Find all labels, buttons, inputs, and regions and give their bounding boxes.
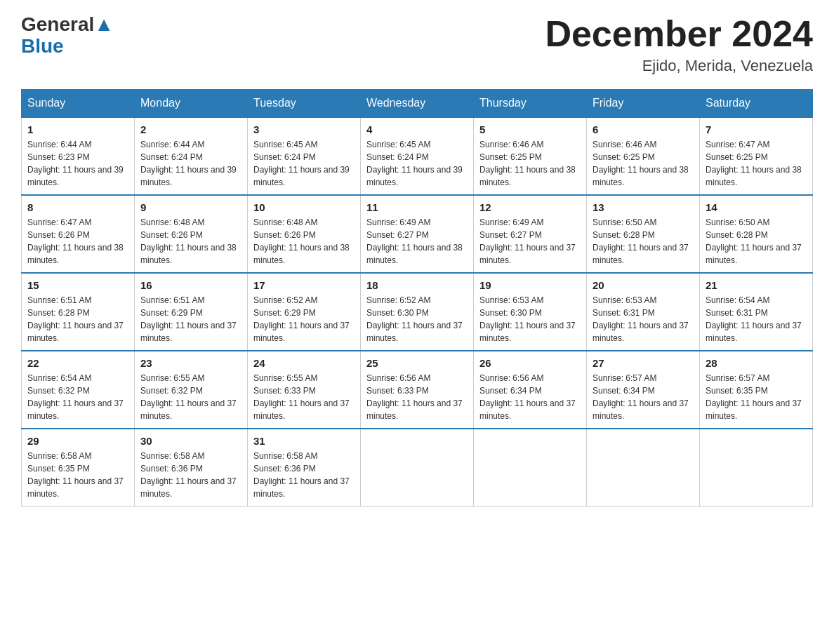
logo-blue-word: Blue: [21, 35, 64, 57]
day-cell-27: 27Sunrise: 6:57 AMSunset: 6:34 PMDayligh…: [587, 351, 700, 429]
logo-text: General▲ Blue: [21, 14, 114, 58]
day-number: 28: [706, 357, 807, 369]
calendar-week-5: 29Sunrise: 6:58 AMSunset: 6:35 PMDayligh…: [22, 429, 813, 507]
header-friday: Friday: [587, 90, 700, 118]
logo-general: General: [21, 13, 94, 35]
day-number: 14: [706, 201, 807, 213]
calendar-header-row: SundayMondayTuesdayWednesdayThursdayFrid…: [22, 90, 813, 118]
calendar-week-2: 8Sunrise: 6:47 AMSunset: 6:26 PMDaylight…: [22, 195, 813, 273]
day-cell-24: 24Sunrise: 6:55 AMSunset: 6:33 PMDayligh…: [248, 351, 361, 429]
calendar-week-3: 15Sunrise: 6:51 AMSunset: 6:28 PMDayligh…: [22, 273, 813, 351]
day-info: Sunrise: 6:49 AMSunset: 6:27 PMDaylight:…: [366, 216, 468, 267]
day-info: Sunrise: 6:58 AMSunset: 6:36 PMDaylight:…: [253, 450, 355, 500]
day-cell-14: 14Sunrise: 6:50 AMSunset: 6:28 PMDayligh…: [700, 195, 813, 273]
day-cell-28: 28Sunrise: 6:57 AMSunset: 6:35 PMDayligh…: [700, 351, 813, 429]
header-tuesday: Tuesday: [248, 90, 361, 118]
day-info: Sunrise: 6:51 AMSunset: 6:29 PMDaylight:…: [140, 294, 241, 344]
day-info: Sunrise: 6:46 AMSunset: 6:25 PMDaylight:…: [593, 138, 694, 189]
day-number: 26: [479, 357, 581, 369]
day-cell-15: 15Sunrise: 6:51 AMSunset: 6:28 PMDayligh…: [22, 273, 135, 351]
day-cell-18: 18Sunrise: 6:52 AMSunset: 6:30 PMDayligh…: [361, 273, 474, 351]
month-title: December 2024: [545, 14, 813, 54]
calendar-table: SundayMondayTuesdayWednesdayThursdayFrid…: [21, 89, 813, 507]
day-cell-23: 23Sunrise: 6:55 AMSunset: 6:32 PMDayligh…: [135, 351, 248, 429]
day-cell-2: 2Sunrise: 6:44 AMSunset: 6:24 PMDaylight…: [135, 117, 248, 195]
logo-blue-text: ▲: [94, 13, 114, 35]
day-number: 24: [253, 357, 355, 369]
day-number: 21: [706, 279, 807, 291]
title-block: December 2024 Ejido, Merida, Venezuela: [545, 14, 813, 75]
day-cell-19: 19Sunrise: 6:53 AMSunset: 6:30 PMDayligh…: [474, 273, 587, 351]
day-number: 10: [253, 201, 355, 213]
day-number: 12: [479, 201, 581, 213]
day-cell-26: 26Sunrise: 6:56 AMSunset: 6:34 PMDayligh…: [474, 351, 587, 429]
day-number: 3: [253, 123, 355, 135]
header-saturday: Saturday: [700, 90, 813, 118]
day-number: 11: [366, 201, 468, 213]
day-cell-31: 31Sunrise: 6:58 AMSunset: 6:36 PMDayligh…: [248, 429, 361, 507]
day-info: Sunrise: 6:45 AMSunset: 6:24 PMDaylight:…: [253, 138, 355, 189]
day-info: Sunrise: 6:54 AMSunset: 6:32 PMDaylight:…: [27, 372, 128, 422]
day-cell-8: 8Sunrise: 6:47 AMSunset: 6:26 PMDaylight…: [22, 195, 135, 273]
day-cell-7: 7Sunrise: 6:47 AMSunset: 6:25 PMDaylight…: [700, 117, 813, 195]
day-number: 6: [593, 123, 694, 135]
page-header: General▲ Blue December 2024 Ejido, Merid…: [21, 14, 813, 75]
day-info: Sunrise: 6:51 AMSunset: 6:28 PMDaylight:…: [27, 294, 128, 344]
day-info: Sunrise: 6:44 AMSunset: 6:23 PMDaylight:…: [27, 138, 128, 189]
day-number: 31: [253, 435, 355, 447]
header-monday: Monday: [135, 90, 248, 118]
day-cell-29: 29Sunrise: 6:58 AMSunset: 6:35 PMDayligh…: [22, 429, 135, 507]
day-info: Sunrise: 6:57 AMSunset: 6:34 PMDaylight:…: [593, 372, 694, 422]
day-info: Sunrise: 6:47 AMSunset: 6:26 PMDaylight:…: [27, 216, 128, 267]
day-number: 20: [593, 279, 694, 291]
day-number: 18: [366, 279, 468, 291]
day-number: 27: [593, 357, 694, 369]
day-info: Sunrise: 6:52 AMSunset: 6:29 PMDaylight:…: [253, 294, 355, 344]
day-cell-4: 4Sunrise: 6:45 AMSunset: 6:24 PMDaylight…: [361, 117, 474, 195]
day-number: 9: [140, 201, 241, 213]
day-cell-30: 30Sunrise: 6:58 AMSunset: 6:36 PMDayligh…: [135, 429, 248, 507]
day-info: Sunrise: 6:56 AMSunset: 6:33 PMDaylight:…: [366, 372, 468, 422]
day-info: Sunrise: 6:57 AMSunset: 6:35 PMDaylight:…: [706, 372, 807, 422]
day-cell-17: 17Sunrise: 6:52 AMSunset: 6:29 PMDayligh…: [248, 273, 361, 351]
day-info: Sunrise: 6:47 AMSunset: 6:25 PMDaylight:…: [706, 138, 807, 189]
day-info: Sunrise: 6:50 AMSunset: 6:28 PMDaylight:…: [706, 216, 807, 267]
day-info: Sunrise: 6:49 AMSunset: 6:27 PMDaylight:…: [479, 216, 581, 267]
day-number: 4: [366, 123, 468, 135]
day-cell-21: 21Sunrise: 6:54 AMSunset: 6:31 PMDayligh…: [700, 273, 813, 351]
day-number: 1: [27, 123, 128, 135]
day-info: Sunrise: 6:53 AMSunset: 6:30 PMDaylight:…: [479, 294, 581, 344]
empty-cell: [361, 429, 474, 507]
day-cell-3: 3Sunrise: 6:45 AMSunset: 6:24 PMDaylight…: [248, 117, 361, 195]
day-number: 15: [27, 279, 128, 291]
day-number: 30: [140, 435, 241, 447]
day-cell-22: 22Sunrise: 6:54 AMSunset: 6:32 PMDayligh…: [22, 351, 135, 429]
day-info: Sunrise: 6:45 AMSunset: 6:24 PMDaylight:…: [366, 138, 468, 189]
day-cell-13: 13Sunrise: 6:50 AMSunset: 6:28 PMDayligh…: [587, 195, 700, 273]
day-number: 25: [366, 357, 468, 369]
day-number: 7: [706, 123, 807, 135]
day-info: Sunrise: 6:48 AMSunset: 6:26 PMDaylight:…: [140, 216, 241, 267]
empty-cell: [474, 429, 587, 507]
calendar-week-1: 1Sunrise: 6:44 AMSunset: 6:23 PMDaylight…: [22, 117, 813, 195]
day-info: Sunrise: 6:52 AMSunset: 6:30 PMDaylight:…: [366, 294, 468, 344]
day-info: Sunrise: 6:55 AMSunset: 6:33 PMDaylight:…: [253, 372, 355, 422]
day-number: 22: [27, 357, 128, 369]
day-number: 19: [479, 279, 581, 291]
day-info: Sunrise: 6:48 AMSunset: 6:26 PMDaylight:…: [253, 216, 355, 267]
day-cell-9: 9Sunrise: 6:48 AMSunset: 6:26 PMDaylight…: [135, 195, 248, 273]
day-info: Sunrise: 6:53 AMSunset: 6:31 PMDaylight:…: [593, 294, 694, 344]
day-info: Sunrise: 6:55 AMSunset: 6:32 PMDaylight:…: [140, 372, 241, 422]
day-cell-11: 11Sunrise: 6:49 AMSunset: 6:27 PMDayligh…: [361, 195, 474, 273]
day-number: 23: [140, 357, 241, 369]
day-cell-16: 16Sunrise: 6:51 AMSunset: 6:29 PMDayligh…: [135, 273, 248, 351]
day-number: 16: [140, 279, 241, 291]
day-number: 2: [140, 123, 241, 135]
day-info: Sunrise: 6:46 AMSunset: 6:25 PMDaylight:…: [479, 138, 581, 189]
day-info: Sunrise: 6:54 AMSunset: 6:31 PMDaylight:…: [706, 294, 807, 344]
day-cell-12: 12Sunrise: 6:49 AMSunset: 6:27 PMDayligh…: [474, 195, 587, 273]
day-number: 29: [27, 435, 128, 447]
day-info: Sunrise: 6:56 AMSunset: 6:34 PMDaylight:…: [479, 372, 581, 422]
header-wednesday: Wednesday: [361, 90, 474, 118]
day-info: Sunrise: 6:58 AMSunset: 6:36 PMDaylight:…: [140, 450, 241, 500]
